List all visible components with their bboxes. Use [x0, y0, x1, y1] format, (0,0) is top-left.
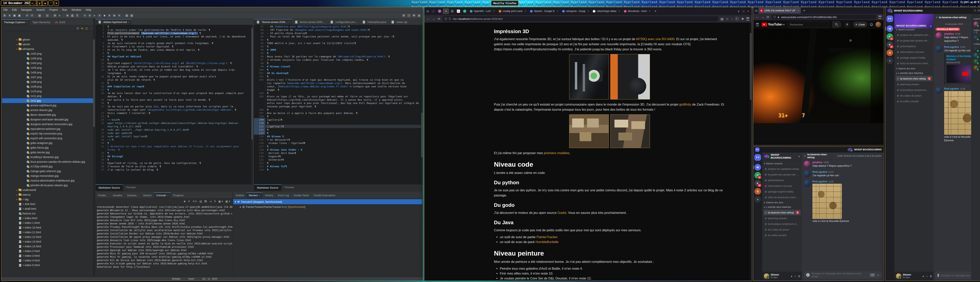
- channel-le-coffre-cendré[interactable]: #le-coffre-cendré: [764, 233, 801, 238]
- open-console-icon[interactable]: ▤: [38, 14, 41, 17]
- member-RoiLugubre[interactable]: RoiLugubre: [973, 35, 980, 41]
- editor-line[interactable]: 30¶: [95, 141, 253, 145]
- settings-gear-icon[interactable]: ⚙: [930, 275, 932, 278]
- save-icon[interactable]: ▣: [13, 14, 16, 17]
- video-player[interactable]: 31+ 7: [753, 29, 884, 123]
- editor-line[interactable]: 33## Ricing¶: [95, 155, 253, 158]
- youtube-embed-card[interactable]: Mystery of the Emblem - AnalyseAtOmiumVO…: [944, 53, 974, 84]
- tree-item-index-11.html[interactable]: >index-11.html: [2, 230, 95, 234]
- server-icon-D[interactable]: D: [754, 188, 761, 195]
- menu-icon[interactable]: [746, 17, 749, 21]
- tree-item-1x08.png[interactable]: 1x08.png: [2, 79, 95, 84]
- editor-line[interactable]: 10¶: [95, 58, 253, 62]
- reload-icon[interactable]: ⟳: [438, 17, 440, 21]
- url-bar[interactable]: www.youtube.com/watch?v=itFUx8M1bU4&t=30…: [772, 15, 876, 19]
- tab-console[interactable]: Console×: [154, 192, 171, 198]
- discord-home-icon[interactable]: [754, 154, 761, 161]
- member-Blackwater[interactable]: Blackwater: [973, 46, 980, 52]
- editor-line[interactable]: 89- 33 petite chose diverse¶: [254, 32, 423, 35]
- discord-home-icon[interactable]: [886, 16, 893, 22]
- editor-line[interactable]: 118# Niveau Jeux Vidéo : ¶: [254, 148, 423, 151]
- photos-pin[interactable]: [462, 8, 468, 14]
- editor-line[interactable]: 36J'essaie de faire au plus simple. ¶: [95, 165, 253, 168]
- channel-présentations[interactable]: #présentations: [896, 43, 932, 49]
- tab-junit[interactable]: JuJUnit: [52, 20, 68, 25]
- editor-line[interactable]: buggé. ¶: [254, 88, 423, 92]
- link-editor-icon[interactable]: ⇆: [81, 27, 83, 30]
- gmail-pin[interactable]: M: [455, 8, 461, 14]
- terminal-launcher-icon[interactable]: >_: [30, 0, 37, 6]
- blog-scrollbar[interactable]: [749, 22, 752, 280]
- tab-progress[interactable]: Progress: [171, 193, 186, 198]
- message-avatar[interactable]: [935, 46, 942, 52]
- coverage-dropdown[interactable]: ▾: [108, 14, 111, 17]
- editor-line[interactable]: 124¶: [254, 168, 423, 171]
- menu-file[interactable]: File: [3, 8, 8, 11]
- editor-line[interactable]: 29~~~¶: [95, 138, 253, 141]
- editor-line[interactable]: 114## Niveau ¶: [254, 135, 423, 138]
- mute-mic-icon[interactable]: ♦: [923, 275, 924, 278]
- collapse-all-icon[interactable]: ⊟: [76, 27, 79, 30]
- tree-item-gobs-lancier.jpg[interactable]: gobs-lancier.jpg: [2, 150, 95, 155]
- server-icon-G[interactable]: G1: [754, 172, 761, 179]
- editor-line[interactable]: 1¶: [95, 25, 253, 28]
- tab-history[interactable]: History: [262, 193, 275, 198]
- reload-icon[interactable]: ⟳: [767, 15, 769, 19]
- editor-line[interactable]: 113¶: [254, 131, 423, 135]
- tab-shionn-hypr-debia[interactable]: shionn/hypr-debia×: [591, 8, 622, 14]
- open-console-icon[interactable]: ▦ ▾: [225, 200, 230, 203]
- tree-item-dungeon-and-laser-encounters.jpg[interactable]: dungeon-and-laser-encounters.jpg: [2, 122, 95, 127]
- article-link[interactable]: M720Q avec une RX-6400: [636, 37, 675, 41]
- message-avatar[interactable]: [935, 32, 942, 39]
- editor-line[interactable]: 6Et finalement j'ai voulu tester HyprLan…: [95, 45, 253, 48]
- article-link[interactable]: PainterTracker: [536, 235, 558, 239]
- editor-line[interactable]: 14Et je me suis rendu compte que le paqu…: [95, 75, 253, 78]
- tree-item-armee-nighthaunt.jpg[interactable]: armee-nighthaunt.jpg: [2, 103, 95, 108]
- editor-line[interactable]: 23¶: [95, 115, 253, 118]
- article-image-ph-shop1[interactable]: [569, 114, 609, 148]
- channel-le-coffre-cendré[interactable]: #le-coffre-cendré: [896, 98, 932, 104]
- editor2-scrollbar[interactable]: [421, 25, 423, 184]
- message-avatar[interactable]: [804, 170, 810, 177]
- tree-item-gobs-araignee.jpg[interactable]: gobs-araignee.jpg: [2, 141, 95, 145]
- tree-item-whisperia[interactable]: ▾whisperia: [2, 47, 95, 51]
- notifications-bell-icon[interactable]: [870, 23, 873, 26]
- terminate-icon[interactable]: ■: [184, 200, 185, 203]
- editor-line[interactable]: 93¶: [254, 45, 423, 48]
- profile-dropdown[interactable]: ▾: [118, 14, 121, 17]
- forward-icon[interactable]: →: [432, 17, 435, 21]
- channel-planning-stream[interactable]: #planning-stream: [764, 215, 801, 221]
- voice-search-button[interactable]: [844, 21, 850, 28]
- tree-item-index-14.html[interactable]: >index-14.html: [2, 244, 95, 249]
- member-phylliss[interactable]: phylliss: [973, 21, 980, 27]
- tree-item-1x10.png[interactable]: 1x10.png: [2, 89, 95, 93]
- editor-line[interactable]: 15¶: [95, 81, 253, 85]
- tree-item-index-3.html[interactable]: >index-3.html: [2, 253, 95, 258]
- map-image-attachment[interactable]: [944, 91, 974, 135]
- editor-line[interactable]: 112¶: [254, 128, 423, 131]
- tree-item-peindre-de-la-peau-skaven.jpg[interactable]: peindre-de-la-peau-skaven.jpg: [2, 183, 95, 188]
- explorer-scrollbar[interactable]: [93, 19, 95, 277]
- menu-help[interactable]: Help: [86, 8, 91, 11]
- headphones-icon[interactable]: ∩: [794, 275, 796, 278]
- article-link[interactable]: HumbleBunbdle: [536, 240, 558, 244]
- editor-line[interactable]: coeur, [Debian](https://www.debian.org/i…: [254, 85, 423, 88]
- tab-package-explorer[interactable]: Package Explorer×: [2, 19, 30, 25]
- tree-item-1x02.png[interactable]: 1x02.png: [2, 51, 95, 56]
- tree-item-kruelboyz-dominion.jpg[interactable]: kruelboyz-dominion.jpg: [2, 155, 95, 159]
- editor-line[interactable]: plus de 10 version de retard. ¶: [95, 78, 253, 81]
- tree-item-index-5.html[interactable]: >index-5.html: [2, 263, 95, 268]
- editor-line[interactable]: 24~~~bash¶: [95, 118, 253, 121]
- message-avatar[interactable]: [804, 180, 810, 187]
- editor-line[interactable]: 87- 94 [Gobelins pour BAttle](tag/glooms…: [254, 25, 423, 28]
- tree-item-1x11.png[interactable]: 1x11.png: [2, 93, 95, 98]
- user-avatar[interactable]: [896, 273, 901, 279]
- category-galerie-des-arts[interactable]: ∨Galerie des Arts: [762, 200, 802, 205]
- editor-line[interactable]: 20¶: [95, 101, 253, 105]
- clear-console-icon[interactable]: ▤: [199, 200, 202, 203]
- message-input[interactable]: + Envoyer un message dans #la-taverne-ch…: [804, 271, 882, 279]
- editor-line[interactable]: 35Hyperland et ricing, ca va de paire. V…: [95, 162, 253, 165]
- tree-item-esp32-wifi-connection.png[interactable]: esp32-wifi-connection.png: [2, 136, 95, 141]
- editor-line[interactable]: 9## Hyprland et debian¶: [95, 55, 253, 58]
- editor-line[interactable]: 25wget https://shionn.github.io/hypr-deb…: [95, 121, 253, 125]
